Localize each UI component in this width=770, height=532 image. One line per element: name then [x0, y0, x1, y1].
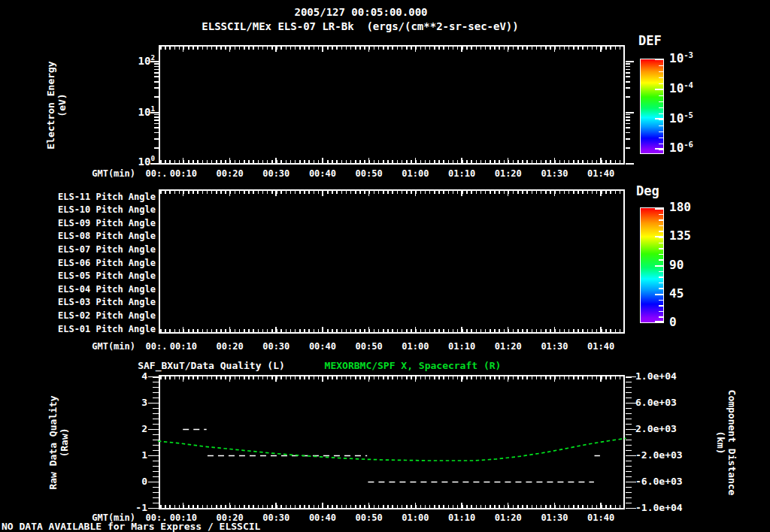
quality-tick-label: -1	[110, 503, 147, 514]
y-minor-ticks	[626, 138, 630, 140]
pitch-row-label: ELS-11 Pitch Angle	[45, 192, 156, 203]
y-minor-ticks	[154, 76, 159, 77]
quality-tick-label: 4	[110, 371, 147, 382]
y-minor-ticks	[626, 69, 630, 71]
pitch-row-label: ELS-09 Pitch Angle	[45, 219, 156, 229]
pitch-row-label: ELS-02 Pitch Angle	[45, 311, 156, 322]
time-tick-label: 01:00	[396, 513, 434, 524]
def-tick-label: 10-6	[669, 140, 693, 156]
distance-axis-label-line2: (km)	[715, 431, 726, 454]
deg-colorbar-ticks	[655, 208, 663, 210]
time-tick-label: 01:20	[490, 169, 527, 180]
y-minor-ticks	[154, 123, 159, 125]
plot-title: ELSSCIL/MEx ELS-07 LR-Bk (ergs/(cm**2-sr…	[202, 20, 518, 32]
def-colorbar-ticks	[655, 148, 663, 150]
y-minor-ticks	[154, 119, 159, 121]
deg-colorbar-ticks	[655, 265, 663, 267]
y-minor-ticks	[626, 76, 630, 77]
y-minor-ticks	[626, 147, 630, 149]
time-tick-label: 00:10	[165, 342, 202, 352]
y-major-ticks	[626, 112, 634, 113]
y-minor-ticks	[626, 123, 630, 125]
def-colorbar-ticks	[655, 118, 663, 119]
time-tick-label: 00:20	[211, 513, 249, 524]
time-tick-label: 00:40	[304, 513, 341, 524]
cdaweb-plot-page: 2005/127 00:05:00.000 ELSSCIL/MEx ELS-07…	[0, 0, 770, 532]
energy-tick-label: 101	[110, 105, 155, 118]
y-major-ticks	[626, 163, 634, 165]
deg-tick-label: 90	[669, 258, 684, 272]
def-tick-label: 10-5	[669, 110, 693, 126]
spacecraft-series-title: MEXORBMC/SPF X, Spacecraft (R)	[325, 361, 502, 372]
distance-tick-label: -1.0e+04	[635, 503, 696, 514]
distance-axis-label-line1: Component Distance	[726, 390, 738, 496]
y-minor-ticks	[154, 69, 159, 71]
pitch-row-label: ELS-07 Pitch Angle	[45, 245, 156, 255]
quality-distance-panel	[159, 375, 625, 509]
time-tick-label: 01:00	[396, 342, 434, 352]
quality-tick-label: 3	[110, 397, 147, 409]
quality-tick-label: 1	[110, 450, 147, 461]
pitch-angle-panel	[159, 189, 625, 334]
deg-tick-label: 45	[669, 287, 684, 301]
time-tick-label: 00:30	[257, 342, 295, 352]
pitch-row-label: ELS-03 Pitch Angle	[45, 298, 156, 308]
time-tick-label: 01:10	[443, 342, 480, 352]
y-minor-ticks	[154, 132, 159, 134]
time-tick-label: 00:10	[165, 513, 202, 524]
time-tick-label: 00:50	[350, 169, 388, 180]
pitch-row-label: ELS-06 Pitch Angle	[45, 258, 156, 269]
energy-tick-label: 100	[110, 155, 155, 168]
time-tick-label: 00:30	[257, 513, 295, 524]
y-minor-ticks	[154, 147, 159, 149]
def-colorbar-ticks	[655, 89, 663, 90]
distance-tick-label: 2.0e+03	[635, 424, 696, 435]
x-major-ticks	[183, 376, 603, 382]
def-colorbar-ticks	[655, 59, 663, 60]
time-tick-label: 00:20	[211, 342, 249, 352]
y-major-ticks	[150, 163, 159, 165]
time-tick-label: 00:50	[350, 513, 388, 524]
deg-tick-label: 180	[669, 201, 691, 214]
y-minor-ticks	[626, 72, 630, 74]
gmt-axis-label: GMT(min)	[75, 342, 135, 352]
time-tick-label: 01:20	[490, 342, 527, 352]
time-tick-label: 01:10	[443, 169, 480, 180]
deg-colorbar-ticks	[655, 321, 663, 322]
y-major-ticks	[150, 61, 159, 62]
gmt-axis-label: GMT(min)	[75, 169, 135, 180]
time-tick-label: 00:50	[350, 342, 388, 352]
distance-tick-label: -2.0e+03	[635, 450, 696, 461]
y-minor-ticks	[154, 114, 159, 116]
energy-tick-label: 102	[110, 54, 155, 67]
time-tick-label: 00:20	[211, 169, 249, 180]
time-tick-label: 01:20	[490, 513, 527, 524]
pitch-row-label: ELS-10 Pitch Angle	[45, 205, 156, 216]
y-minor-ticks	[154, 66, 159, 68]
y-major-ticks	[626, 61, 634, 62]
time-tick-label: 00:30	[257, 169, 295, 180]
def-colorbar-ticks	[659, 59, 663, 153]
deg-colorbar-ticks	[655, 294, 663, 295]
time-tick-label: 01:30	[535, 169, 573, 180]
plot-datetime: 2005/127 00:05:00.000	[294, 6, 427, 18]
time-tick-label: 01:40	[582, 342, 620, 352]
time-tick-label: 01:10	[443, 513, 480, 524]
x-major-ticks	[183, 503, 603, 508]
y-minor-ticks	[626, 114, 630, 116]
y-minor-ticks	[154, 116, 159, 118]
y-major-ticks	[626, 376, 636, 509]
y-minor-ticks	[626, 87, 630, 89]
time-tick-label: 01:40	[582, 169, 620, 180]
deg-tick-label: 0	[669, 316, 677, 329]
time-tick-label: 00:10	[165, 169, 202, 180]
y-major-ticks	[148, 376, 159, 509]
x-major-ticks	[183, 47, 603, 52]
x-major-ticks	[183, 327, 603, 332]
y-minor-ticks	[154, 127, 159, 128]
distance-tick-label: 1.0e+04	[635, 371, 696, 382]
deg-tick-label: 135	[669, 229, 691, 243]
pitch-row-label: ELS-08 Pitch Angle	[45, 231, 156, 242]
distance-tick-label: 6.0e+03	[635, 397, 696, 409]
quality-series-title: SAF_BXuT/Data Quality (L)	[138, 361, 285, 372]
